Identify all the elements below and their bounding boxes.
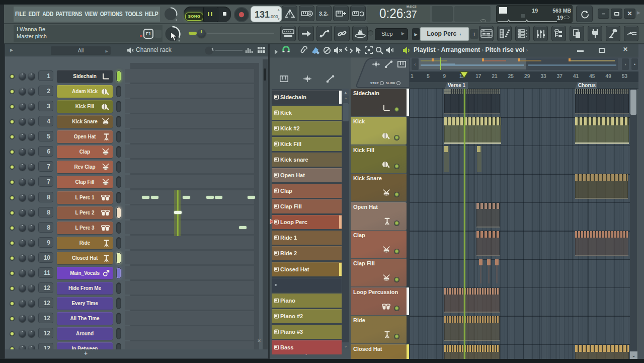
- svg-text:c: c: [327, 13, 329, 17]
- svg-text:3.2: 3.2: [319, 11, 327, 17]
